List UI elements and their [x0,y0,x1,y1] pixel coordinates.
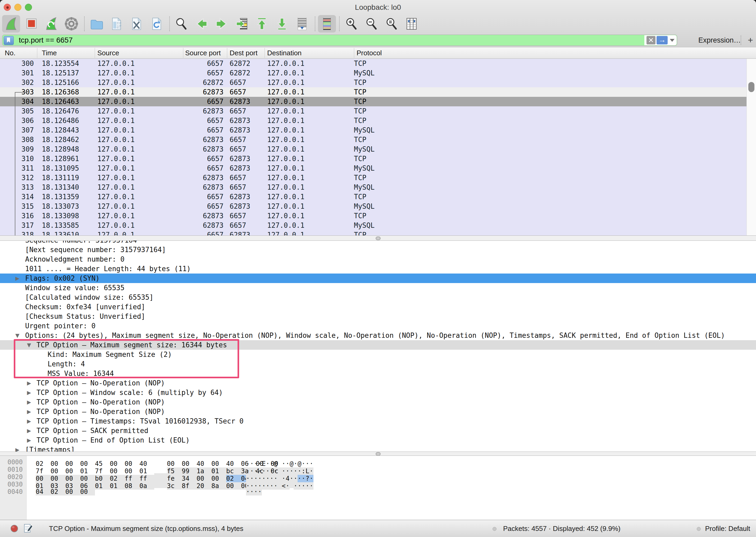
packet-row[interactable]: 30018.123554127.0.0.1665762872127.0.0.1T… [0,59,756,68]
column-header-no[interactable]: No. [5,47,15,59]
detail-row[interactable]: ▶TCP Option – No-Operation (NOP) [0,407,756,416]
expression-button[interactable]: Expression… [698,35,741,46]
zoom-in-button[interactable] [342,15,360,32]
detail-row[interactable]: ▶TCP Option – End of Option List (EOL) [0,435,756,445]
detail-row[interactable]: ▶TCP Option – Timestamps: TSval 10160129… [0,416,756,426]
close-window-button[interactable] [4,4,11,11]
packet-row[interactable]: 31118.131095127.0.0.1665762873127.0.0.1M… [0,163,756,173]
packet-row[interactable]: 31418.131359127.0.0.1665762873127.0.0.1T… [0,192,756,202]
detail-row[interactable]: Length: 4 [0,359,756,369]
hex-row[interactable]: 004004020000···· [0,488,756,495]
collapse-icon[interactable]: ▼ [27,340,31,350]
expand-icon[interactable]: ▶ [15,273,19,283]
colorize-packets-button[interactable] [318,15,336,32]
packet-row[interactable]: 31018.128961127.0.0.1665762873127.0.0.1T… [0,154,756,163]
zoom-reset-button[interactable] [382,15,401,32]
column-divider[interactable] [264,48,265,58]
column-divider[interactable] [183,48,183,58]
expand-icon[interactable]: ▶ [27,378,31,388]
go-to-packet-button[interactable] [233,15,251,32]
packet-row[interactable]: 30418.126463127.0.0.1665762873127.0.0.1T… [0,97,756,106]
expand-icon[interactable]: ▶ [27,397,31,407]
details-hex-splitter[interactable] [0,452,756,456]
start-capture-button[interactable] [2,15,20,32]
detail-row[interactable]: ▶TCP Option – No-Operation (NOP) [0,397,756,407]
detail-row[interactable]: Sequence number: 3157937164 [0,241,756,245]
column-header-time[interactable]: Time [42,47,57,59]
detail-row[interactable]: ▶TCP Option – No-Operation (NOP) [0,378,756,388]
packet-row[interactable]: 30118.125137127.0.0.1665762872127.0.0.1M… [0,68,756,78]
first-packet-button[interactable] [253,15,271,32]
packet-row[interactable]: 31718.133585127.0.0.1628736657127.0.0.1M… [0,221,756,230]
packet-row[interactable]: 31818.133610127.0.0.1665762873127.0.0.1T… [0,230,756,235]
packet-row[interactable]: 31518.133073127.0.0.1665762873127.0.0.1M… [0,202,756,211]
detail-row[interactable]: Acknowledgment number: 0 [0,255,756,264]
column-header-dest-port[interactable]: Dest port [230,47,258,59]
hex-row[interactable]: 0030010303060101080a3c8f208a00000000····… [0,481,756,488]
stop-capture-button[interactable] [22,15,40,32]
resize-columns-button[interactable] [403,15,420,32]
capture-options-button[interactable] [62,15,80,32]
add-filter-button[interactable]: + [746,35,755,46]
last-packet-button[interactable] [273,15,291,32]
minimize-window-button[interactable] [14,4,21,11]
column-header-source-port[interactable]: Source port [185,47,220,59]
hex-row[interactable]: 00107f0000017f000001f5991a01bc3a4c0c····… [0,466,756,473]
auto-scroll-button[interactable] [293,15,311,32]
detail-row[interactable]: Checksum: 0xfe34 [unverified] [0,302,756,311]
splitter-grip-icon[interactable] [376,452,381,456]
display-filter-input[interactable]: tcp.port == 6657 ✕ → [2,35,677,46]
expand-icon[interactable]: ▶ [27,407,31,416]
detail-row[interactable]: MSS Value: 16344 [0,369,756,378]
save-file-button[interactable]: 010110011 [107,15,125,32]
detail-row[interactable]: ▶Flags: 0x002 (SYN) [0,273,756,283]
detail-row[interactable]: Urgent pointer: 0 [0,321,756,331]
capture-comment-icon[interactable] [23,523,33,535]
detail-row[interactable]: ▼TCP Option – Maximum segment size: 1634… [0,340,756,350]
zoom-window-button[interactable] [25,4,32,11]
detail-row[interactable]: [Next sequence number: 3157937164] [0,245,756,255]
column-divider[interactable] [95,48,95,58]
expert-info-icon[interactable] [10,524,19,534]
packet-row[interactable]: 31218.131119127.0.0.1628736657127.0.0.1T… [0,173,756,183]
detail-row[interactable]: ▶[Timestamps] [0,445,756,452]
packet-row[interactable]: 30518.126476127.0.0.1628736657127.0.0.1T… [0,106,756,116]
next-packet-button[interactable] [213,15,231,32]
detail-row[interactable]: ▶TCP Option – SACK permitted [0,426,756,435]
filter-history-dropdown-icon[interactable] [670,39,675,42]
detail-row[interactable]: Window size value: 65535 [0,283,756,293]
reload-file-button[interactable] [148,15,166,32]
expand-icon[interactable]: ▶ [27,426,31,435]
packet-row[interactable]: 30218.125166127.0.0.1628726657127.0.0.1T… [0,78,756,87]
restart-capture-button[interactable] [42,15,60,32]
detail-row[interactable]: ▼Options: (24 bytes), Maximum segment si… [0,331,756,340]
profile-indicator[interactable]: Profile: Default [705,520,750,537]
detail-row[interactable]: Kind: Maximum Segment Size (2) [0,350,756,359]
detail-row[interactable]: [Calculated window size: 65535] [0,293,756,302]
hex-row[interactable]: 000002000000450000400000400040060000····… [0,458,756,466]
scrollbar-thumb[interactable] [748,82,754,92]
packet-row[interactable]: 30918.128948127.0.0.1628736657127.0.0.1M… [0,145,756,154]
packet-list-scrollbar[interactable] [746,59,756,235]
packet-row[interactable]: 30618.126486127.0.0.1665762873127.0.0.1T… [0,116,756,125]
find-packet-button[interactable] [173,15,190,32]
packet-row[interactable]: 30318.126368127.0.0.1628736657127.0.0.1T… [0,87,756,97]
open-file-button[interactable] [87,15,105,32]
column-header-protocol[interactable]: Protocol [357,47,382,59]
detail-row[interactable]: [Checksum Status: Unverified] [0,311,756,321]
list-details-splitter[interactable] [0,235,756,241]
expand-icon[interactable]: ▶ [27,435,31,445]
splitter-grip-icon[interactable] [376,236,381,240]
packet-row[interactable]: 31618.133098127.0.0.1628736657127.0.0.1T… [0,211,756,221]
filter-bookmark-button[interactable] [4,36,14,45]
expand-icon[interactable]: ▶ [15,445,19,452]
clear-filter-button[interactable]: ✕ [647,36,656,44]
packet-row[interactable]: 30718.128443127.0.0.1665762873127.0.0.1M… [0,125,756,135]
apply-filter-button[interactable]: → [657,36,668,44]
detail-row[interactable]: 1011 .... = Header Length: 44 bytes (11) [0,264,756,273]
packet-row[interactable]: 30818.128462127.0.0.1628736657127.0.0.1T… [0,135,756,145]
detail-row[interactable]: ▶TCP Option – Window scale: 6 (multiply … [0,388,756,397]
zoom-out-button[interactable] [362,15,380,32]
expand-icon[interactable]: ▶ [27,388,31,397]
collapse-icon[interactable]: ▼ [15,331,19,340]
